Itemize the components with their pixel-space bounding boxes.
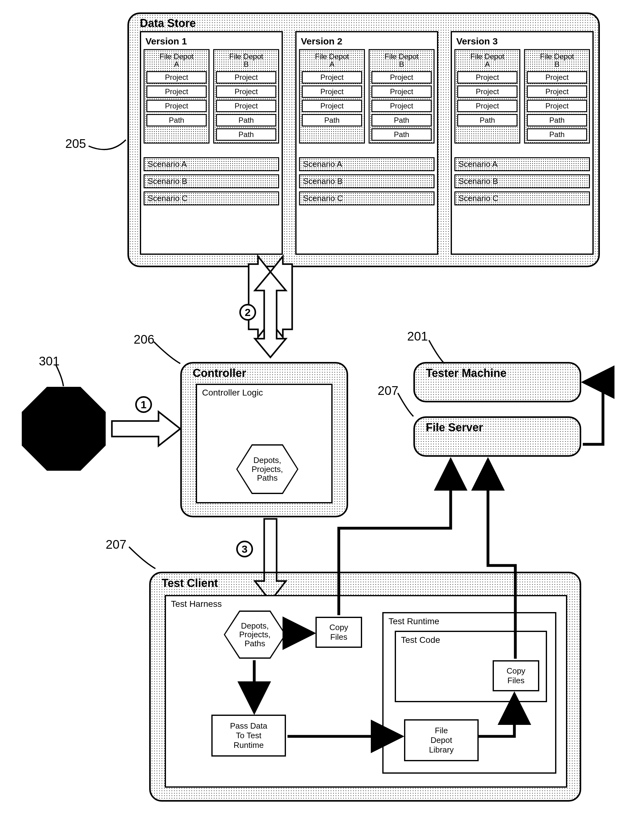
file-depot-box: File Depot AProjectProjectProjectPath (454, 49, 520, 143)
depot-item: Project (457, 85, 517, 98)
step-3-badge: 3 (236, 540, 253, 557)
version-title: Version 1 (145, 36, 279, 47)
ref-207b: 207 (106, 537, 127, 552)
scenario-row: Scenario C (454, 191, 590, 205)
file-depot-title: File Depot A (457, 52, 517, 69)
depot-item: Project (372, 71, 432, 84)
scenario-row: Scenario C (143, 191, 279, 205)
depot-item: Project (147, 71, 207, 84)
scenario-row: Scenario B (143, 174, 279, 188)
depot-item: Project (372, 85, 432, 98)
copy-files-2-box: Copy Files (493, 660, 539, 691)
scenario-row: Scenario A (454, 157, 590, 171)
version-title: Version 2 (301, 36, 435, 47)
depot-item: Project (147, 85, 207, 98)
svg-marker-0 (255, 272, 286, 357)
test-client-title: Test Client (162, 577, 218, 590)
scenario-row: Scenario A (143, 157, 279, 171)
scenario-row: Scenario C (299, 191, 435, 205)
file-depot-title: File Depot B (216, 52, 276, 69)
depot-item: Project (457, 100, 517, 112)
depot-item: Project (216, 85, 276, 98)
file-depot-box: File Depot AProjectProjectProjectPath (299, 49, 365, 143)
depot-item: Path (372, 114, 432, 127)
depot-item: Path (302, 114, 362, 127)
depot-item: Project (302, 71, 362, 84)
file-depot-title: File Depot B (372, 52, 432, 69)
file-depot-box: File Depot BProjectProjectProjectPathPat… (524, 49, 590, 143)
pass-data-box: Pass Data To Test Runtime (211, 715, 286, 757)
scenario-row: Scenario A (299, 157, 435, 171)
depot-item: Path (527, 128, 587, 141)
step-1-badge: 1 (135, 396, 152, 413)
depot-item: Project (302, 100, 362, 112)
depot-item: Project (302, 85, 362, 98)
depot-item: Path (457, 114, 517, 127)
step-2-badge: 2 (239, 304, 256, 321)
file-server-title: File Server (426, 421, 483, 434)
copy-files-1-box: Copy Files (316, 617, 362, 648)
test-runtime-title: Test Runtime (388, 616, 439, 626)
version-box: Version 2File Depot AProjectProjectProje… (295, 31, 438, 255)
scenario-row: Scenario B (454, 174, 590, 188)
file-depot-title: File Depot A (147, 52, 207, 69)
ref-205: 205 (65, 137, 86, 151)
diagram-canvas: Data Store Version 1File Depot AProjectP… (13, 13, 631, 820)
test-harness-title: Test Harness (171, 599, 222, 609)
tester-machine-title: Tester Machine (426, 367, 506, 380)
version-title: Version 3 (456, 36, 590, 47)
trigger-octagon: Run Version 2 of Scenario B (22, 387, 106, 471)
test-code-title: Test Code (401, 635, 440, 645)
depot-item: Project (527, 85, 587, 98)
scenario-row: Scenario B (299, 174, 435, 188)
file-depot-library-box: File Depot Library (404, 719, 479, 761)
data-store-title: Data Store (140, 17, 196, 30)
ref-301: 301 (39, 354, 60, 368)
file-depot-box: File Depot AProjectProjectProjectPath (143, 49, 209, 143)
depot-item: Path (216, 128, 276, 141)
svg-marker-1 (112, 412, 180, 446)
file-depot-title: File Depot B (527, 52, 587, 69)
controller-logic-title: Controller Logic (202, 388, 263, 398)
depot-item: Path (147, 114, 207, 127)
version-box: Version 1File Depot AProjectProjectProje… (140, 31, 283, 255)
ref-207a: 207 (378, 384, 398, 398)
depot-item: Project (147, 100, 207, 112)
ref-206: 206 (134, 333, 155, 346)
depot-item: Path (372, 128, 432, 141)
depot-item: Path (527, 114, 587, 127)
ref-201: 201 (407, 329, 428, 343)
depot-item: Path (216, 114, 276, 127)
depot-item: Project (216, 71, 276, 84)
version-box: Version 3File Depot AProjectProjectProje… (451, 31, 594, 255)
file-depot-title: File Depot A (302, 52, 362, 69)
controller-title: Controller (193, 367, 246, 380)
file-depot-box: File Depot BProjectProjectProjectPathPat… (369, 49, 435, 143)
file-depot-box: File Depot BProjectProjectProjectPathPat… (213, 49, 279, 143)
depot-item: Project (527, 100, 587, 112)
depot-item: Project (216, 100, 276, 112)
depot-item: Project (457, 71, 517, 84)
depot-item: Project (527, 71, 587, 84)
depot-item: Project (372, 100, 432, 112)
